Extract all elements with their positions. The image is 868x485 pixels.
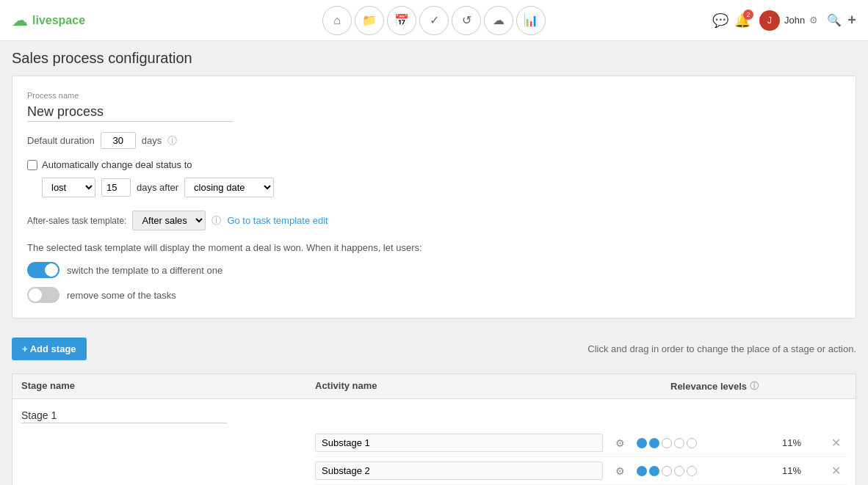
- calendar-nav-button[interactable]: 📅: [387, 6, 416, 35]
- drag-hint: Click and drag in order to change the pl…: [587, 343, 856, 354]
- top-nav: ☁ livespace ⌂ 📁 📅 ✓ ↺ ☁ 📊 💬 🔔 2 J John ⚙…: [0, 0, 868, 41]
- logo-text: livespace: [32, 14, 85, 27]
- toggle1-label: switch the template to a different one: [67, 265, 223, 276]
- folder-nav-button[interactable]: 📁: [355, 6, 384, 35]
- substage-close-button[interactable]: ✕: [825, 436, 847, 450]
- task-template-select[interactable]: After sales: [132, 211, 206, 230]
- dot-3: [662, 438, 672, 448]
- duration-label: Default duration: [27, 135, 95, 146]
- template-info-icon: ⓘ: [211, 214, 221, 227]
- substage-pct: 11%: [775, 437, 801, 448]
- duration-input[interactable]: [101, 132, 136, 149]
- relevance-dots: [637, 438, 769, 448]
- table-row: ⚙ 11% ✕: [315, 457, 847, 485]
- substage-list: ⚙ 11% ✕ ⚙: [306, 423, 856, 485]
- stage-block-1: ⚙ 11% ✕ ⚙: [12, 398, 856, 485]
- process-name-input[interactable]: [27, 103, 233, 122]
- substage-name-input[interactable]: [315, 434, 603, 452]
- toggle1-row: switch the template to a different one: [27, 262, 841, 278]
- task-template-row: After-sales task template: After sales ⓘ…: [27, 211, 841, 230]
- relevance-info-icon: ⓘ: [750, 380, 759, 393]
- nav-icons: ⌂ 📁 📅 ✓ ↺ ☁ 📊: [322, 6, 546, 35]
- auto-change-row: Automatically change deal status to: [27, 159, 841, 170]
- stages-toolbar: + Add stage Click and drag in order to c…: [12, 330, 856, 368]
- toggle2[interactable]: [27, 287, 59, 303]
- chart-nav-button[interactable]: 📊: [516, 6, 546, 35]
- duration-row: Default duration days ⓘ: [27, 132, 841, 149]
- notification-badge: 2: [743, 10, 753, 20]
- check-nav-button[interactable]: ✓: [419, 6, 449, 35]
- duration-info-icon: ⓘ: [167, 134, 177, 147]
- logo: ☁ livespace: [12, 11, 85, 30]
- dot-4: [674, 438, 684, 448]
- dot-2: [649, 466, 659, 476]
- add-stage-button[interactable]: + Add stage: [12, 338, 87, 360]
- substage-name-input[interactable]: [315, 462, 603, 480]
- user-area[interactable]: J John ⚙: [759, 10, 818, 31]
- table-row: ⚙ 11% ✕: [315, 429, 847, 457]
- gear-icon[interactable]: ⚙: [809, 15, 818, 26]
- add-button[interactable]: +: [847, 12, 856, 29]
- stage-name-row: [12, 399, 856, 423]
- dot-1: [637, 438, 647, 448]
- col-activity-name: Activity name: [315, 380, 670, 393]
- dot-3: [662, 466, 672, 476]
- history-nav-button[interactable]: ↺: [452, 6, 481, 35]
- notifications-button[interactable]: 🔔 2: [734, 12, 751, 29]
- toggle1[interactable]: [27, 262, 59, 278]
- nav-right-icons: 💬 🔔 2: [712, 12, 751, 29]
- dot-5: [687, 466, 697, 476]
- dot-5: [687, 438, 697, 448]
- process-name-label: Process name: [27, 91, 841, 100]
- substage-pct: 11%: [775, 465, 801, 476]
- substage-gear-button[interactable]: ⚙: [609, 437, 631, 449]
- toggle1-slider: [27, 262, 59, 278]
- task-template-link[interactable]: Go to task template edit: [227, 215, 328, 226]
- main-content: Process name Default duration days ⓘ Aut…: [0, 76, 868, 485]
- substage-close-button[interactable]: ✕: [825, 464, 847, 478]
- avatar: J: [759, 10, 780, 31]
- duration-unit: days: [142, 135, 162, 146]
- config-card: Process name Default duration days ⓘ Aut…: [12, 76, 856, 318]
- col-stage-name: Stage name: [21, 380, 315, 393]
- toggle2-label: remove some of the tasks: [67, 290, 176, 301]
- task-template-label: After-sales task template:: [27, 216, 126, 226]
- relevance-dots: [637, 466, 769, 476]
- search-button[interactable]: 🔍: [827, 13, 842, 27]
- status-select[interactable]: lost: [42, 178, 95, 197]
- days-after-label: days after: [137, 182, 178, 193]
- info-text: The selected task template will display …: [27, 242, 841, 253]
- home-nav-button[interactable]: ⌂: [322, 6, 352, 35]
- user-name: John: [784, 15, 805, 26]
- table-header: Stage name Activity name Relevance level…: [12, 373, 856, 398]
- page-title: Sales process configuration: [12, 50, 856, 67]
- closing-date-select[interactable]: closing date: [184, 178, 274, 197]
- stage-name-input[interactable]: [21, 408, 227, 423]
- nav-right: 💬 🔔 2 J John ⚙ 🔍 +: [712, 10, 856, 31]
- search-plus-area: 🔍 +: [827, 12, 856, 29]
- auto-change-label[interactable]: Automatically change deal status to: [27, 159, 192, 170]
- status-row: lost days after closing date: [42, 178, 841, 197]
- messages-button[interactable]: 💬: [712, 12, 728, 29]
- toggle2-row: remove some of the tasks: [27, 287, 841, 303]
- days-after-input[interactable]: [101, 178, 131, 197]
- dot-2: [649, 438, 659, 448]
- dot-4: [674, 466, 684, 476]
- cloud-nav-button[interactable]: ☁: [484, 6, 513, 35]
- dot-1: [637, 466, 647, 476]
- col-actions: [803, 380, 847, 393]
- logo-cloud-icon: ☁: [12, 11, 28, 30]
- toggle2-slider: [27, 287, 59, 303]
- auto-change-checkbox[interactable]: [27, 160, 37, 170]
- auto-change-text: Automatically change deal status to: [42, 159, 192, 170]
- substage-gear-button[interactable]: ⚙: [609, 465, 631, 477]
- page-title-bar: Sales process configuration: [0, 41, 868, 76]
- col-relevance: Relevance levels ⓘ: [670, 380, 803, 393]
